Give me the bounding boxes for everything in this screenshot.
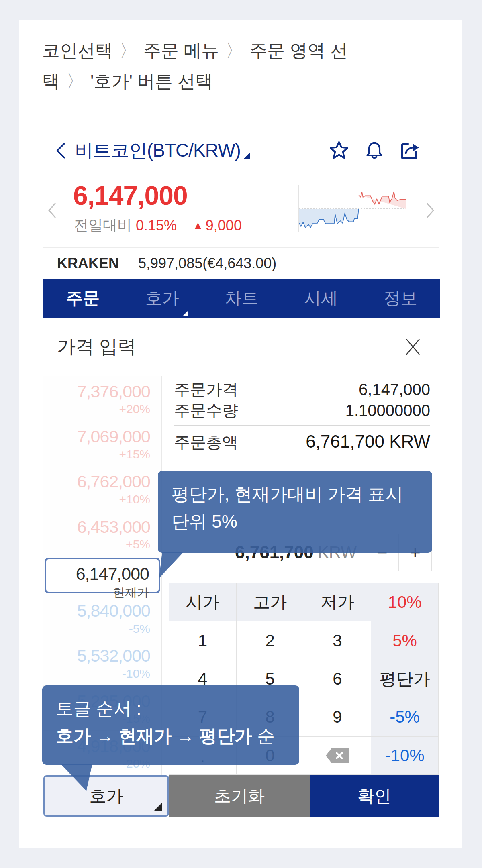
order-price-value: 6,147,000 xyxy=(359,381,430,399)
hoga-button-label: 호가 xyxy=(90,785,123,807)
title-actions xyxy=(328,140,421,161)
current-price-box[interactable]: 6,147,000현재가 xyxy=(45,558,160,593)
ladder-row-plus5[interactable]: 6,453,000+5% xyxy=(43,511,161,556)
key-avg-price[interactable]: 평단가 xyxy=(371,660,439,698)
ladder-row-plus15[interactable]: 7,069,000+15% xyxy=(43,421,161,466)
ladder-price: 5,840,000 xyxy=(43,601,150,621)
screen: 코인선택〉주문 메뉴〉주문 영역 선택〉'호가' 버튼 선택 비트코인(BTC/… xyxy=(0,0,482,868)
breadcrumb: 코인선택〉주문 메뉴〉주문 영역 선택〉'호가' 버튼 선택 xyxy=(42,35,412,96)
close-icon[interactable] xyxy=(404,338,421,356)
key-plus-5pct[interactable]: 5% xyxy=(371,621,439,660)
tooltip-price-unit-line1: 평단가, 현재가대비 가격 표시 xyxy=(172,481,419,508)
tooltip-toggle-part: 순 xyxy=(252,726,275,746)
key-2[interactable]: 2 xyxy=(237,621,304,660)
change-amount: 9,000 xyxy=(206,217,242,234)
footer-buttons: 호가 초기화 확인 xyxy=(43,775,439,817)
order-price-row: 주문가격 6,147,000 xyxy=(174,379,430,399)
key-high-price[interactable]: 고가 xyxy=(237,583,304,621)
tab-bar: 주문호가차트시세정보 xyxy=(43,279,440,318)
reset-button[interactable]: 초기화 xyxy=(169,775,310,817)
breadcrumb-separator-icon: 〉 xyxy=(119,41,137,60)
breadcrumb-item: '호가' 버튼 선택 xyxy=(90,71,213,91)
key-plus-10pct[interactable]: 10% xyxy=(371,583,439,621)
key-3[interactable]: 3 xyxy=(304,621,372,660)
title-bar: 비트코인(BTC/KRW) xyxy=(43,124,439,177)
tooltip-toggle-order: 토글 순서 : 호가 → 현재가 → 평단가 순 xyxy=(42,685,299,765)
order-summary: 주문가격 6,147,000 주문수량 1.10000000 주문총액 6,76… xyxy=(174,379,430,454)
ladder-price: 7,376,000 xyxy=(43,382,150,401)
ladder-sublabel: -5% xyxy=(43,622,150,636)
modal-header: 가격 입력 xyxy=(43,318,439,376)
ladder-sublabel: +5% xyxy=(43,538,150,551)
exchange-price: 5,997,085(€4,643.00) xyxy=(138,255,276,272)
coin-pair-title[interactable]: 비트코인(BTC/KRW) xyxy=(75,138,241,163)
order-qty-row: 주문수량 1.10000000 xyxy=(174,399,430,420)
up-arrow-icon: ▲ xyxy=(193,219,203,232)
ladder-row-plus10[interactable]: 6,762,000+10% xyxy=(43,466,161,511)
ladder-row-minus5[interactable]: 5,840,000-5% xyxy=(43,595,161,640)
tab-차트[interactable]: 차트 xyxy=(202,279,282,318)
key-minus-5pct[interactable]: -5% xyxy=(371,698,439,736)
tooltip-price-unit-line2: 단위 5% xyxy=(172,508,419,535)
ladder-sublabel: +20% xyxy=(43,402,150,416)
key-backspace[interactable] xyxy=(304,737,372,775)
current-price: 6,147,000 xyxy=(73,180,188,211)
modal-title: 가격 입력 xyxy=(57,334,136,359)
tab-주문[interactable]: 주문 xyxy=(43,279,123,318)
back-icon[interactable] xyxy=(55,142,66,159)
tab-시세[interactable]: 시세 xyxy=(281,279,361,318)
tab-정보[interactable]: 정보 xyxy=(361,279,440,318)
tooltip-price-unit-tail xyxy=(159,552,185,578)
order-qty-label: 주문수량 xyxy=(174,399,238,422)
tooltip-toggle-tail xyxy=(58,764,94,791)
order-qty-value: 1.10000000 xyxy=(345,401,430,420)
tab-dropdown-icon xyxy=(183,311,188,316)
favorite-star-icon[interactable] xyxy=(328,140,350,161)
hoga-dropdown-icon xyxy=(154,803,162,811)
tooltip-toggle-line2: 호가 → 현재가 → 평단가 순 xyxy=(56,722,286,750)
ladder-row-minus10[interactable]: 5,532,000-10% xyxy=(43,640,161,685)
ladder-sublabel: -10% xyxy=(43,667,150,681)
ladder-row-current[interactable]: 6,147,000현재가 xyxy=(43,556,161,595)
price-change-line: 전일대비 0.15% ▲ 9,000 xyxy=(74,216,242,235)
exchange-name: KRAKEN xyxy=(57,255,119,272)
change-label: 전일대비 xyxy=(74,216,132,235)
next-exchange-icon[interactable] xyxy=(425,202,435,219)
tab-label: 시세 xyxy=(304,287,338,310)
order-total-row: 주문총액 6,761,700 KRW xyxy=(174,431,430,454)
share-icon[interactable] xyxy=(399,140,421,161)
tooltip-toggle-line1: 토글 순서 : xyxy=(56,695,286,722)
breadcrumb-separator-icon: 〉 xyxy=(225,41,243,60)
coin-dropdown-icon[interactable] xyxy=(244,152,250,159)
tooltip-toggle-part: → xyxy=(91,726,118,746)
tooltip-toggle-part: 호가 xyxy=(56,726,91,746)
ladder-sublabel: +10% xyxy=(43,493,150,506)
prev-exchange-icon[interactable] xyxy=(47,202,57,219)
tooltip-toggle-part: → xyxy=(172,726,199,746)
ladder-price: 6,762,000 xyxy=(43,472,150,491)
change-percent: 0.15% xyxy=(136,217,177,234)
key-minus-10pct[interactable]: -10% xyxy=(371,737,439,775)
ladder-price: 5,532,000 xyxy=(43,646,150,666)
alert-bell-icon[interactable] xyxy=(364,140,385,161)
ladder-row-plus20[interactable]: 7,376,000+20% xyxy=(43,376,161,421)
ladder-price: 6,147,000 xyxy=(46,564,149,584)
key-6[interactable]: 6 xyxy=(304,660,372,698)
order-total-label: 주문총액 xyxy=(174,431,238,453)
mini-price-chart xyxy=(298,185,406,232)
tooltip-price-unit: 평단가, 현재가대비 가격 표시 단위 5% xyxy=(158,471,432,553)
tooltip-toggle-part: 평단가 xyxy=(199,726,252,746)
order-price-label: 주문가격 xyxy=(174,379,238,401)
tab-label: 주문 xyxy=(66,287,100,310)
key-9[interactable]: 9 xyxy=(304,698,372,736)
tab-label: 정보 xyxy=(384,287,417,310)
key-low-price[interactable]: 저가 xyxy=(304,583,372,621)
ladder-price: 6,453,000 xyxy=(43,517,150,537)
key-1[interactable]: 1 xyxy=(169,621,237,660)
confirm-button[interactable]: 확인 xyxy=(310,775,439,817)
price-section: 6,147,000 전일대비 0.15% ▲ 9,000 xyxy=(43,177,439,247)
divider xyxy=(174,425,430,426)
tab-호가[interactable]: 호가 xyxy=(123,279,202,318)
key-open-price[interactable]: 시가 xyxy=(169,583,237,621)
breadcrumb-item: 주문 메뉴 xyxy=(143,41,219,60)
